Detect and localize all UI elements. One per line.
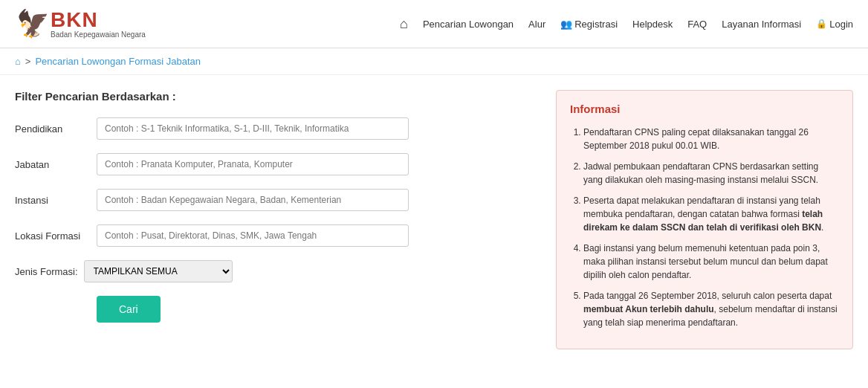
pendidikan-input[interactable] bbox=[97, 117, 409, 140]
nav-login[interactable]: 🔒 Login bbox=[816, 19, 853, 30]
nav-registrasi[interactable]: 👥 Registrasi bbox=[560, 19, 618, 30]
breadcrumb-current[interactable]: Pencarian Lowongan Formasi Jabatan bbox=[35, 56, 201, 67]
lock-icon: 🔒 bbox=[816, 19, 827, 29]
navbar: 🦅 BKN Badan Kepegawaian Negara ⌂ Pencari… bbox=[0, 0, 868, 48]
jenis-formasi-label: Jenis Formasi: bbox=[15, 266, 78, 277]
info-panel: Informasi Pendaftaran CPNS paling cepat … bbox=[556, 90, 853, 349]
cari-button-row: Cari bbox=[97, 296, 541, 323]
brand-text: BKN Badan Kepegawaian Negara bbox=[51, 10, 146, 39]
lokasi-formasi-group: Lokasi Formasi bbox=[15, 224, 541, 247]
breadcrumb: ⌂ > Pencarian Lowongan Formasi Jabatan bbox=[0, 48, 868, 75]
info-item-5: Pada tanggal 26 September 2018, seluruh … bbox=[583, 289, 839, 329]
lokasi-formasi-input[interactable] bbox=[97, 224, 409, 247]
nav-helpdesk[interactable]: Helpdesk bbox=[632, 19, 673, 30]
nav-pencarian-lowongan[interactable]: Pencarian Lowongan bbox=[423, 19, 514, 30]
nav-home[interactable]: ⌂ bbox=[400, 16, 408, 32]
logo-icon: 🦅 bbox=[15, 6, 51, 42]
breadcrumb-separator: > bbox=[25, 56, 31, 67]
jabatan-input[interactable] bbox=[97, 153, 409, 175]
info-title: Informasi bbox=[570, 103, 839, 115]
instansi-input[interactable] bbox=[97, 189, 409, 211]
info-item-2: Jadwal pembukaan pendaftaran CPNS berdas… bbox=[583, 160, 839, 187]
brand-subtitle: Badan Kepegawaian Negara bbox=[51, 30, 146, 39]
jabatan-label: Jabatan bbox=[15, 159, 97, 170]
nav-layanan-informasi[interactable]: Layanan Informasi bbox=[722, 19, 801, 30]
registrasi-icon: 👥 bbox=[560, 19, 572, 30]
brand-title: BKN bbox=[51, 10, 146, 30]
jenis-formasi-select[interactable]: TAMPILKAN SEMUA UMUM KHUSUS bbox=[84, 260, 233, 282]
main-content: Filter Pencarian Berdasarkan : Pendidika… bbox=[0, 75, 868, 364]
filter-panel: Filter Pencarian Berdasarkan : Pendidika… bbox=[15, 90, 541, 349]
info-item-4: Bagi instansi yang belum memenuhi ketent… bbox=[583, 242, 839, 282]
instansi-group: Instansi bbox=[15, 189, 541, 211]
info-list: Pendaftaran CPNS paling cepat dilaksanak… bbox=[570, 126, 839, 329]
breadcrumb-home-icon: ⌂ bbox=[15, 56, 21, 67]
pendidikan-label: Pendidikan bbox=[15, 123, 97, 135]
jenis-formasi-row: Jenis Formasi: TAMPILKAN SEMUA UMUM KHUS… bbox=[15, 260, 541, 282]
lokasi-formasi-label: Lokasi Formasi bbox=[15, 230, 97, 242]
instansi-label: Instansi bbox=[15, 195, 97, 206]
nav-links: ⌂ Pencarian Lowongan Alur 👥 Registrasi H… bbox=[400, 16, 853, 32]
jabatan-group: Jabatan bbox=[15, 153, 541, 175]
brand: 🦅 BKN Badan Kepegawaian Negara bbox=[15, 6, 146, 42]
breadcrumb-home[interactable]: ⌂ bbox=[15, 56, 21, 67]
home-icon: ⌂ bbox=[400, 16, 408, 31]
pendidikan-group: Pendidikan bbox=[15, 117, 541, 140]
info-item-3: Peserta dapat melakukan pendaftaran di i… bbox=[583, 194, 839, 234]
filter-title: Filter Pencarian Berdasarkan : bbox=[15, 90, 541, 103]
nav-alur[interactable]: Alur bbox=[528, 19, 545, 30]
nav-faq[interactable]: FAQ bbox=[687, 19, 707, 30]
cari-button[interactable]: Cari bbox=[97, 296, 161, 323]
info-item-1: Pendaftaran CPNS paling cepat dilaksanak… bbox=[583, 126, 839, 152]
